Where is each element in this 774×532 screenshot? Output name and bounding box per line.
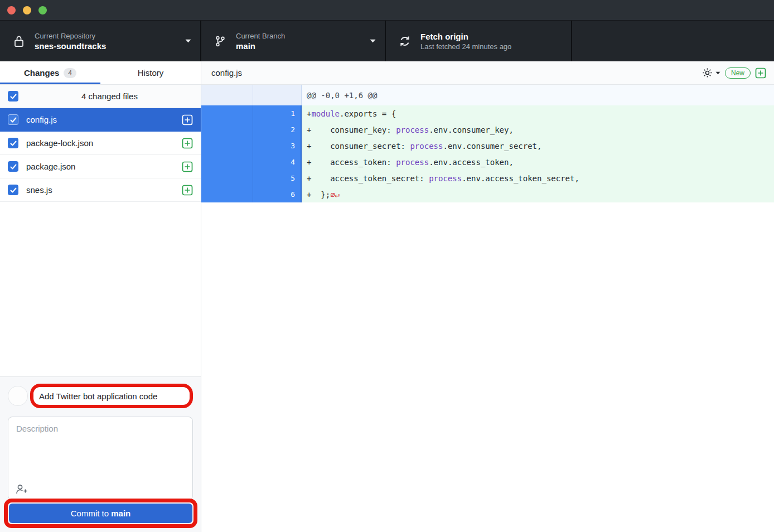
changes-sidebar: Changes 4 History 4 changed files config… <box>0 61 201 532</box>
diff-pane: config.js New <box>201 61 774 532</box>
diff-file-name: config.js <box>211 68 702 78</box>
tab-history[interactable]: History <box>100 61 201 84</box>
commit-description-placeholder: Description <box>16 424 58 433</box>
user-avatar <box>8 386 28 406</box>
select-all-checkbox[interactable] <box>8 91 18 101</box>
current-branch-label: Current Branch <box>236 31 365 41</box>
commit-button-annotation: Commit to main <box>4 499 197 528</box>
current-branch-value: main <box>236 41 365 51</box>
changed-files-header: 4 changed files <box>0 85 201 108</box>
tab-changes-label: Changes <box>24 68 59 78</box>
line-content: + access_token: process.env.access_token… <box>302 154 514 170</box>
file-checkbox[interactable] <box>8 161 18 172</box>
toolbar: Current Repository snes-soundtracks Curr… <box>0 21 774 61</box>
line-number: 3 <box>291 142 295 150</box>
diff-code-line[interactable]: 5 + access_token_secret: process.env.acc… <box>201 170 774 186</box>
hunk-header-row: @@ -0,0 +1,6 @@ <box>201 85 774 105</box>
added-file-icon <box>755 67 766 79</box>
file-checkbox[interactable] <box>8 185 18 195</box>
file-name: package-lock.json <box>26 138 182 148</box>
file-name: snes.js <box>26 185 182 195</box>
file-row[interactable]: package.json <box>0 155 201 178</box>
sidebar-tabs: Changes 4 History <box>0 61 201 85</box>
zoom-window-button[interactable] <box>38 6 47 14</box>
added-file-icon <box>182 185 193 196</box>
file-row[interactable]: snes.js <box>0 178 201 202</box>
lock-icon <box>12 35 26 47</box>
diff-code-line[interactable]: 6 + };∅↵ <box>201 186 774 202</box>
diff-code-line[interactable]: 4 + access_token: process.env.access_tok… <box>201 154 774 170</box>
line-content: + consumer_key: process.env.consumer_key… <box>302 122 514 138</box>
commit-summary-value: Add Twitter bot application code <box>39 391 157 401</box>
changed-files-count: 4 changed files <box>26 91 193 101</box>
diff-code-line[interactable]: 1 +module.exports = { <box>201 105 774 122</box>
gear-icon <box>702 67 713 78</box>
commit-summary-field[interactable]: Add Twitter bot application code <box>30 384 193 408</box>
diff-empty-area <box>201 202 774 532</box>
commit-panel: Add Twitter bot application code Descrip… <box>0 376 201 532</box>
chevron-down-icon <box>185 39 191 43</box>
tab-history-label: History <box>138 68 164 78</box>
line-number: 6 <box>291 190 295 199</box>
hunk-header-text: @@ -0,0 +1,6 @@ <box>302 85 377 105</box>
current-branch-dropdown[interactable]: Current Branch main <box>201 21 386 61</box>
line-content: + consumer_secret: process.env.consumer_… <box>302 138 541 154</box>
toolbar-empty-area <box>572 21 774 61</box>
line-content: +module.exports = { <box>302 105 396 122</box>
file-checkbox[interactable] <box>8 114 18 125</box>
file-list: config.js package-lock.json package.json <box>0 108 201 202</box>
diff-code-line[interactable]: 3 + consumer_secret: process.env.consume… <box>201 138 774 154</box>
current-repository-dropdown[interactable]: Current Repository snes-soundtracks <box>0 21 201 61</box>
chevron-down-icon <box>715 71 720 75</box>
changes-count-badge: 4 <box>64 68 76 78</box>
commit-button[interactable]: Commit to main <box>9 504 192 523</box>
fetch-origin-subtitle: Last fetched 24 minutes ago <box>420 42 562 51</box>
add-coauthor-icon[interactable] <box>16 484 28 494</box>
diff-added-lines: 1 +module.exports = { 2 + consumer_key: … <box>201 105 774 202</box>
git-branch-icon <box>214 35 227 47</box>
current-repository-label: Current Repository <box>35 31 181 41</box>
tab-changes[interactable]: Changes 4 <box>0 61 100 84</box>
fetch-origin-title: Fetch origin <box>420 31 562 42</box>
added-file-icon <box>182 138 193 149</box>
minimize-window-button[interactable] <box>23 6 31 14</box>
diff-header: config.js New <box>201 61 774 85</box>
file-list-empty-area <box>0 202 201 376</box>
added-file-icon <box>182 114 193 125</box>
file-checkbox[interactable] <box>8 138 18 148</box>
titlebar <box>0 0 774 21</box>
chevron-down-icon <box>370 39 376 43</box>
current-repository-value: snes-soundtracks <box>35 41 181 51</box>
fetch-origin-button[interactable]: Fetch origin Last fetched 24 minutes ago <box>386 21 572 61</box>
line-content: + };∅↵ <box>302 186 340 202</box>
sync-icon <box>398 35 412 47</box>
line-number: 1 <box>291 109 295 118</box>
file-row[interactable]: package-lock.json <box>0 132 201 155</box>
line-content: + access_token_secret: process.env.acces… <box>302 170 579 186</box>
file-row[interactable]: config.js <box>0 108 201 132</box>
line-number: 4 <box>291 158 295 166</box>
file-name: config.js <box>26 115 182 124</box>
github-desktop-window: Current Repository snes-soundtracks Curr… <box>0 0 774 532</box>
line-number: 2 <box>291 125 295 134</box>
diff-body: @@ -0,0 +1,6 @@ 1 +module.exports = { 2 … <box>201 85 774 532</box>
diff-code-line[interactable]: 2 + consumer_key: process.env.consumer_k… <box>201 122 774 138</box>
new-file-badge: New <box>725 67 751 79</box>
added-file-icon <box>182 161 193 172</box>
close-window-button[interactable] <box>7 6 16 14</box>
commit-description-field[interactable]: Description <box>8 417 193 500</box>
diff-options-button[interactable] <box>702 67 720 78</box>
file-name: package.json <box>26 162 182 171</box>
line-number: 5 <box>291 174 295 182</box>
